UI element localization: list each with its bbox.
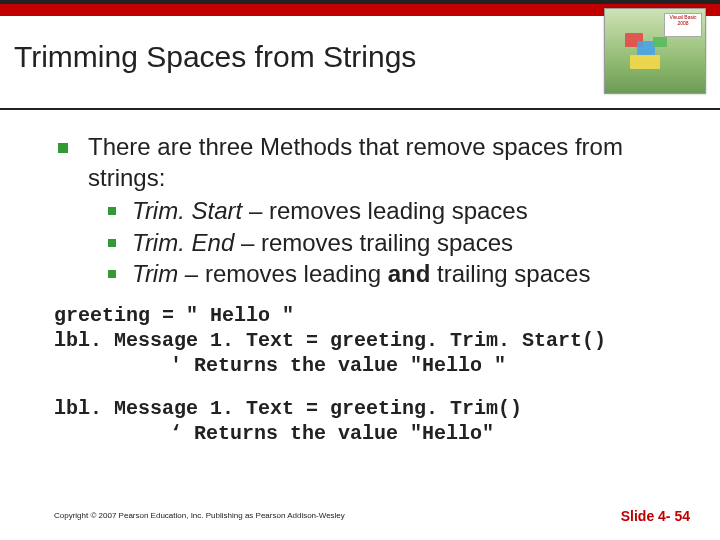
method-desc: – removes leading spaces (242, 197, 528, 224)
header: Trimming Spaces from Strings Visual Basi… (0, 16, 720, 110)
main-bullet-text: There are three Methods that remove spac… (88, 133, 623, 191)
slide-number: Slide 4- 54 (621, 508, 690, 524)
code-example-1: greeting = " Hello " lbl. Message 1. Tex… (54, 303, 666, 378)
copyright-text: Copyright © 2007 Pearson Education, Inc.… (54, 511, 345, 520)
book-cover-image: Visual Basic 2008 (604, 8, 706, 94)
code-return-comment: ' Returns the value "Hello " (54, 353, 666, 378)
code-line: lbl. Message 1. Text = greeting. Trim. S… (54, 329, 606, 352)
sub-bullet-trim: Trim – removes leading and trailing spac… (104, 258, 666, 289)
footer: Copyright © 2007 Pearson Education, Inc.… (0, 504, 720, 522)
method-desc-a: – removes leading (178, 260, 387, 287)
code-return-comment: ‘ Returns the value "Hello" (54, 421, 666, 446)
main-bullet: There are three Methods that remove spac… (54, 132, 666, 289)
slide: Trimming Spaces from Strings Visual Basi… (0, 0, 720, 540)
method-desc-b: trailing spaces (430, 260, 590, 287)
sub-bullet-trimend: Trim. End – removes trailing spaces (104, 227, 666, 258)
slide-body: There are three Methods that remove spac… (0, 110, 720, 446)
code-example-2: lbl. Message 1. Text = greeting. Trim() … (54, 396, 666, 446)
blocks-icon (625, 33, 673, 75)
method-desc-bold: and (388, 260, 431, 287)
sub-bullet-trimstart: Trim. Start – removes leading spaces (104, 195, 666, 226)
method-name: Trim (132, 260, 178, 287)
method-desc: – removes trailing spaces (234, 229, 513, 256)
method-name: Trim. Start (132, 197, 242, 224)
code-line: greeting = " Hello " (54, 304, 294, 327)
code-line: lbl. Message 1. Text = greeting. Trim() (54, 397, 522, 420)
method-name: Trim. End (132, 229, 234, 256)
